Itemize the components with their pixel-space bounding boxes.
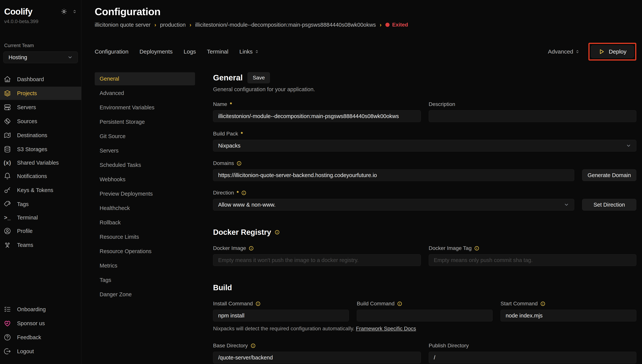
- sidebar-item-label: Terminal: [17, 214, 38, 221]
- set-direction-button[interactable]: Set Direction: [582, 199, 636, 210]
- subnav-item-danger-zone[interactable]: Danger Zone: [95, 288, 195, 301]
- subnav-item-scheduled-tasks[interactable]: Scheduled Tasks: [95, 158, 195, 172]
- subnav-item-tags[interactable]: Tags: [95, 274, 195, 286]
- subnav-item-metrics[interactable]: Metrics: [95, 259, 195, 272]
- build-command-label: Build Command: [357, 300, 493, 307]
- layers-icon: [4, 90, 11, 97]
- build-pack-select[interactable]: Nixpacks: [213, 140, 636, 152]
- sidebar-item-destinations[interactable]: Destinations: [0, 129, 81, 142]
- tag-icon: [4, 200, 11, 208]
- sidebar-item-teams[interactable]: Teams: [0, 238, 81, 252]
- subnav-item-general[interactable]: General: [95, 72, 195, 85]
- subnav-item-healthcheck[interactable]: Healthcheck: [95, 202, 195, 215]
- sidebar-item-label: Destinations: [17, 132, 47, 138]
- database-icon: [4, 146, 11, 153]
- install-command-input[interactable]: [213, 310, 349, 322]
- breadcrumb-project[interactable]: illicitonion quote server: [95, 22, 151, 28]
- info-icon: [540, 301, 545, 306]
- user-circle-icon: [4, 227, 11, 235]
- tab-links[interactable]: Links: [239, 48, 259, 55]
- sidebar-item-label: Tags: [17, 201, 29, 207]
- nixpacks-note: Nixpacks will detect the required config…: [213, 326, 636, 332]
- advanced-label: Advanced: [548, 48, 573, 55]
- sidebar-item-notifications[interactable]: Notifications: [0, 170, 81, 183]
- subnav-item-rollback[interactable]: Rollback: [95, 216, 195, 229]
- variable-icon: (x): [4, 160, 11, 166]
- sidebar-item-onboarding[interactable]: Onboarding: [0, 303, 81, 316]
- breadcrumb-application[interactable]: illicitestonion/-module--decomposition:m…: [195, 22, 376, 28]
- sidebar-item-label: Sources: [17, 118, 37, 124]
- domains-input[interactable]: [213, 169, 574, 181]
- sidebar-item-projects[interactable]: Projects: [0, 87, 81, 100]
- deploy-button[interactable]: Deploy: [591, 45, 634, 58]
- required-marker: *: [236, 190, 239, 196]
- start-command-label: Start Command: [501, 300, 636, 307]
- section-subtitle: General configuration for your applicati…: [213, 86, 636, 92]
- description-input[interactable]: [429, 110, 636, 122]
- heart-hands-icon: [4, 320, 11, 327]
- required-marker: *: [230, 101, 232, 107]
- status-label: Exited: [392, 22, 408, 28]
- name-input[interactable]: [213, 110, 421, 122]
- sidebar-item-label: Profile: [17, 228, 33, 234]
- subnav-item-persistent-storage[interactable]: Persistent Storage: [95, 116, 195, 128]
- info-icon: [250, 343, 256, 348]
- docker-image-input[interactable]: [213, 254, 421, 266]
- direction-label: Direction *: [213, 190, 574, 196]
- breadcrumb-environment[interactable]: production: [160, 22, 186, 28]
- theme-select-chevrons-icon[interactable]: [72, 9, 77, 14]
- publish-directory-label: Publish Directory: [429, 342, 636, 349]
- generate-domain-button[interactable]: Generate Domain: [582, 169, 636, 181]
- sidebar-item-label: Notifications: [17, 173, 47, 179]
- sidebar-item-label: Onboarding: [17, 306, 46, 312]
- sidebar-item-label: Logout: [17, 348, 34, 354]
- subnav-item-webhooks[interactable]: Webhooks: [95, 173, 195, 186]
- tab-terminal[interactable]: Terminal: [207, 48, 228, 55]
- direction-select[interactable]: Allow www & non-www.: [213, 199, 574, 210]
- subnav-item-environment-variables[interactable]: Environment Variables: [95, 101, 195, 114]
- sidebar-item-shared-variables[interactable]: (x) Shared Variables: [0, 157, 81, 169]
- subnav-item-preview-deployments[interactable]: Preview Deployments: [95, 187, 195, 200]
- subnav-item-advanced[interactable]: Advanced: [95, 87, 195, 100]
- info-icon: [474, 246, 479, 251]
- start-command-input[interactable]: [501, 310, 636, 322]
- sidebar-item-s3-storages[interactable]: S3 Storages: [0, 143, 81, 156]
- sidebar-item-sponsor-us[interactable]: Sponsor us: [0, 317, 81, 330]
- base-directory-input[interactable]: [213, 352, 421, 364]
- sidebar-item-terminal[interactable]: >_ Terminal: [0, 212, 81, 224]
- sidebar-nav: Dashboard Projects Servers Sources Desti…: [4, 72, 78, 252]
- sidebar-item-keys-tokens[interactable]: Keys & Tokens: [0, 184, 81, 197]
- page-title: Configuration: [95, 6, 636, 18]
- tab-links-label: Links: [239, 48, 253, 55]
- sidebar-item-profile[interactable]: Profile: [0, 224, 81, 238]
- framework-docs-link[interactable]: Framework Specific Docs: [356, 326, 416, 332]
- subnav-item-git-source[interactable]: Git Source: [95, 130, 195, 143]
- sidebar-item-servers[interactable]: Servers: [0, 101, 81, 114]
- sidebar-nav-bottom: Onboarding Sponsor us Feedback Logout: [4, 302, 78, 358]
- save-button[interactable]: Save: [247, 72, 270, 83]
- sidebar-item-dashboard[interactable]: Dashboard: [0, 73, 81, 86]
- sidebar-item-sources[interactable]: Sources: [0, 115, 81, 128]
- subnav-item-servers[interactable]: Servers: [95, 144, 195, 157]
- publish-directory-input[interactable]: [429, 352, 636, 364]
- team-select[interactable]: Hosting: [4, 52, 78, 63]
- key-icon: [4, 186, 11, 194]
- subnav-item-resource-limits[interactable]: Resource Limits: [95, 230, 195, 244]
- app-logo: Coolify: [4, 6, 32, 17]
- tab-logs[interactable]: Logs: [184, 48, 196, 55]
- build-command-input[interactable]: [357, 310, 493, 322]
- chevron-down-icon: [564, 202, 569, 207]
- sidebar-item-logout[interactable]: Logout: [0, 345, 81, 358]
- checklist-icon: [4, 306, 11, 313]
- docker-image-tag-input[interactable]: [429, 254, 636, 266]
- sidebar-item-tags[interactable]: Tags: [0, 198, 81, 211]
- theme-toggle-sun-icon[interactable]: [61, 8, 67, 15]
- sidebar-item-label: Projects: [17, 90, 37, 96]
- sidebar-item-feedback[interactable]: Feedback: [0, 331, 81, 344]
- tab-configuration[interactable]: Configuration: [95, 48, 128, 55]
- advanced-dropdown[interactable]: Advanced: [548, 48, 579, 55]
- build-pack-label: Build Pack *: [213, 131, 636, 137]
- subnav-item-resource-operations[interactable]: Resource Operations: [95, 245, 195, 258]
- tab-deployments[interactable]: Deployments: [139, 48, 173, 55]
- home-icon: [4, 76, 11, 83]
